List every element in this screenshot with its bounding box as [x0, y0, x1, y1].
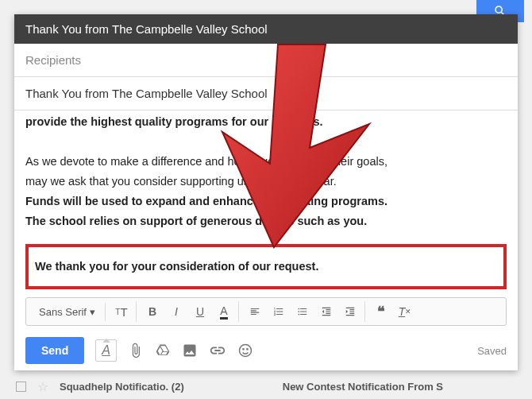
format-toggle-button[interactable]: A [95, 339, 117, 362]
indent-less-button[interactable] [317, 301, 336, 322]
quote-button[interactable]: ❝ [372, 301, 391, 322]
numbered-list-button[interactable] [269, 301, 288, 322]
font-select[interactable]: Sans Serif ▾ [34, 303, 100, 321]
subject-field[interactable]: Thank You from The Campbelle Valley Scho… [14, 77, 518, 110]
body-cutoff-line: provide the highest quality programs for… [25, 114, 507, 130]
body-bold1: Funds will be used to expand and enhance… [25, 193, 507, 210]
insert-emoji-button[interactable] [237, 343, 253, 358]
insert-link-button[interactable] [209, 342, 226, 359]
body-para1-l2: may we ask that you consider supporting … [25, 173, 507, 190]
compose-bottom-bar: Send A Saved [14, 331, 518, 370]
font-size-button[interactable]: TT [112, 301, 131, 322]
remove-format-button[interactable]: T✕ [395, 301, 414, 322]
star-icon[interactable]: ☆ [37, 379, 48, 394]
saved-status: Saved [477, 345, 507, 357]
row-checkbox[interactable] [16, 382, 26, 392]
email-body[interactable]: provide the highest quality programs for… [14, 110, 518, 292]
align-left-button[interactable] [245, 301, 264, 322]
row-sender: Squadhelp Notificatio. (2) [60, 381, 184, 393]
bulleted-list-button[interactable] [293, 301, 312, 322]
indent-more-button[interactable] [341, 301, 360, 322]
recipients-field[interactable]: Recipients [14, 44, 518, 77]
body-bold2: The school relies on support of generous… [25, 213, 507, 230]
insert-photo-button[interactable] [182, 343, 198, 358]
format-toolbar: Sans Serif ▾ TT B I U A [25, 297, 507, 326]
row-subject: New Contest Notification From S [283, 381, 443, 393]
highlighted-box: We thank you for your consideration of o… [25, 244, 507, 289]
bold-button[interactable]: B [143, 301, 162, 322]
send-button[interactable]: Send [25, 337, 84, 364]
recipients-placeholder: Recipients [25, 53, 81, 67]
chevron-down-icon: ▾ [90, 306, 95, 318]
compose-header[interactable]: Thank You from The Campbelle Valley Scho… [14, 14, 518, 44]
subject-text: Thank You from The Campbelle Valley Scho… [25, 87, 268, 100]
svg-point-0 [239, 345, 251, 357]
italic-button[interactable]: I [167, 301, 186, 322]
text-color-button[interactable]: A [214, 301, 233, 322]
svg-point-2 [247, 349, 248, 350]
svg-point-1 [243, 349, 244, 350]
underline-button[interactable]: U [191, 301, 210, 322]
highlighted-text: We thank you for your consideration of o… [35, 258, 497, 275]
compose-title: Thank You from The Campbelle Valley Scho… [25, 22, 268, 36]
body-para1-l1: As we devote to make a difference and he… [25, 153, 507, 170]
inbox-row-bg: ☆ Squadhelp Notificatio. (2) New Contest… [16, 379, 524, 394]
attach-button[interactable] [128, 343, 144, 358]
drive-button[interactable] [155, 343, 171, 358]
compose-window: Thank You from The Campbelle Valley Scho… [14, 14, 518, 370]
